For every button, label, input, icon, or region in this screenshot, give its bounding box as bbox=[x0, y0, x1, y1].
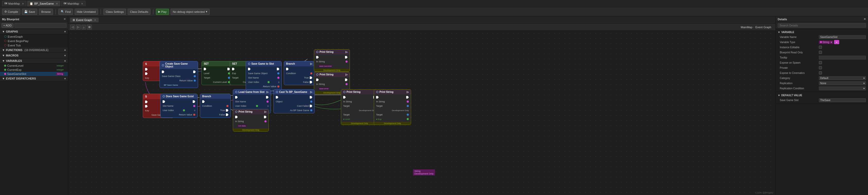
event-dispatchers-section[interactable]: ▼ EVENT DISPATCHERS + bbox=[0, 76, 68, 81]
cast-exec-in bbox=[276, 96, 278, 99]
instance-editable-checkbox[interactable] bbox=[819, 46, 822, 49]
bp-read-only-row: Blueprint Read Only bbox=[778, 50, 866, 55]
tab-close-2[interactable]: ✕ bbox=[56, 2, 58, 5]
replication-dropdown[interactable]: None ▾ bbox=[819, 81, 866, 85]
tab-close-1[interactable]: ✕ bbox=[22, 2, 24, 5]
set-level-exec-in bbox=[204, 68, 206, 70]
variable-name-input[interactable] bbox=[819, 35, 866, 39]
expose-cinematics-checkbox[interactable] bbox=[819, 71, 822, 74]
sgo-label: Save Game Object bbox=[248, 72, 268, 75]
category-dropdown[interactable]: Default ▾ bbox=[819, 76, 866, 80]
var-savegameslot[interactable]: SaveGameSlot String bbox=[0, 72, 68, 76]
true-pin-2 bbox=[226, 109, 228, 112]
play-icon-branch[interactable]: ▷ bbox=[310, 62, 312, 65]
class-settings-button[interactable]: Class Settings bbox=[103, 9, 126, 15]
create-save-node[interactable]: ⬡ Create Save Game Object Save Game Clas… bbox=[159, 61, 198, 88]
variable-section-title: ▼ VARIABLE bbox=[778, 30, 866, 34]
functions-section[interactable]: ▼ FUNCTIONS (18 OVERRIDABLE) + bbox=[0, 47, 68, 53]
sgs-dv-label: Save Game Slot bbox=[778, 99, 819, 102]
tab-bp-savegame[interactable]: 📋 BP_SaveGame ✕ bbox=[27, 1, 60, 6]
cast-node[interactable]: ⬡ Cast To BP_SaveGame ▷ Object Cast Fail… bbox=[274, 89, 315, 113]
tab-mainmap-2[interactable]: 🗺 MainMap ✕ bbox=[61, 1, 85, 6]
play-icon-exp[interactable]: ▷ bbox=[407, 90, 409, 93]
private-checkbox[interactable] bbox=[819, 66, 822, 69]
save-game-slot-node[interactable]: ⬡ Save Game to Slot Save Game Object Slo… bbox=[246, 61, 282, 94]
expose-cinematics-row: Expose to Cinematics bbox=[778, 70, 866, 75]
hide-unrelated-button[interactable]: Hide Unrelated bbox=[74, 9, 98, 15]
plus-icon5[interactable]: + bbox=[64, 77, 66, 80]
tab-mainmap-1[interactable]: 🗺 MainMap ✕ bbox=[2, 1, 26, 6]
true-label-2: True bbox=[220, 109, 225, 112]
type-dot-icon bbox=[820, 41, 822, 43]
play-icon-pe[interactable]: ▷ bbox=[345, 73, 347, 76]
debug-dropdown[interactable]: No debug object selected ▾ bbox=[170, 9, 210, 15]
search-input[interactable] bbox=[14, 23, 66, 28]
save-game-slot-input[interactable] bbox=[819, 98, 866, 102]
plus-icon2[interactable]: + bbox=[64, 48, 66, 51]
home-button[interactable]: ⌂ bbox=[82, 25, 86, 30]
print-notdata-node[interactable]: ⬡ Print String ▷ In String not data bbox=[233, 109, 269, 132]
grid-button[interactable]: ⊞ bbox=[87, 25, 92, 30]
compile-button[interactable]: ⚙ Compile bbox=[2, 9, 20, 15]
variable-type-dropdown[interactable]: String ▾ bbox=[819, 41, 833, 44]
bp-save-game-label: BP Save Game bbox=[164, 84, 178, 86]
tooltip-input[interactable] bbox=[819, 56, 866, 60]
details-close-icon[interactable]: ✕ bbox=[864, 17, 866, 21]
close-icon[interactable]: ✕ bbox=[64, 17, 66, 21]
details-search-input[interactable] bbox=[778, 23, 866, 28]
browse-button[interactable]: Browse bbox=[39, 9, 53, 15]
var-label-2: CurrentExp bbox=[7, 68, 22, 71]
cast-failed-label: Cast Failed bbox=[297, 105, 309, 107]
expose-on-spawn-checkbox[interactable] bbox=[819, 61, 822, 64]
nd-exec-out bbox=[264, 116, 267, 118]
print-success-node[interactable]: ⬡ Print String ▷ In String save success bbox=[314, 49, 350, 72]
play-icon-ps[interactable]: ▷ bbox=[345, 50, 347, 53]
tab-close-graph[interactable]: ✕ bbox=[94, 19, 96, 21]
print-level-node[interactable]: ⬡ Print String ▷ In String Target bbox=[341, 89, 378, 125]
play-icon-lgfs[interactable]: ▷ bbox=[267, 90, 269, 93]
tab-close-3[interactable]: ✕ bbox=[81, 2, 83, 5]
event-graph-label: Event Graph bbox=[76, 18, 92, 22]
set-level-node[interactable]: SET Level Target bbox=[202, 61, 232, 85]
plus-icon4[interactable]: + bbox=[64, 59, 66, 62]
macros-section[interactable]: ▼ MACROS + bbox=[0, 53, 68, 58]
slot-name-pin bbox=[277, 77, 279, 79]
class-defaults-button[interactable]: Class Defaults bbox=[128, 9, 151, 15]
sidebar-item-tick[interactable]: ⬡ Event Tick bbox=[0, 43, 68, 47]
branch2-node[interactable]: Branch Condition True False bbox=[200, 94, 231, 118]
replication-condition-dropdown[interactable]: ▾ bbox=[819, 86, 866, 90]
does-save-exist-node[interactable]: ⬡ Does Save Game Exist Slot Name User In… bbox=[160, 94, 197, 118]
bp-read-only-checkbox[interactable] bbox=[819, 51, 822, 54]
graph-canvas[interactable]: S Pressed Released Key bbox=[68, 31, 775, 195]
var-current-level[interactable]: CurrentLevel Integer bbox=[0, 64, 68, 68]
plus-icon[interactable]: + bbox=[64, 30, 66, 33]
play-icon-nd[interactable]: ▷ bbox=[265, 110, 267, 113]
eventgraph-label: EventGraph bbox=[8, 35, 23, 38]
level-dot-val: ● Level bbox=[343, 118, 350, 120]
graphs-section[interactable]: ▼ GRAPHS + bbox=[0, 29, 68, 34]
watermark: CSDN @jfengsky bbox=[755, 191, 773, 194]
nav-forward-button[interactable]: ▷ bbox=[76, 25, 81, 30]
var-current-exp[interactable]: CurrentExp Integer bbox=[0, 68, 68, 72]
play-icon-cast[interactable]: ▷ bbox=[310, 90, 312, 93]
watermark-text: CSDN @jfengsky bbox=[755, 191, 773, 194]
save-button[interactable]: 💾 Save bbox=[22, 9, 37, 15]
sidebar-item-eventgraph[interactable]: ⬡ EventGraph bbox=[0, 34, 68, 39]
type-color-picker[interactable]: ● bbox=[834, 40, 839, 44]
variables-section[interactable]: ▼ VARIABLES + bbox=[0, 58, 68, 64]
nav-back-button[interactable]: ◁ bbox=[70, 25, 75, 30]
play-button[interactable]: ▶ Play bbox=[156, 9, 169, 15]
slot-name-lgfs: Slot Name bbox=[235, 100, 246, 103]
add-button[interactable]: + ADD bbox=[2, 23, 13, 28]
s-node-lower-title: S bbox=[145, 95, 147, 98]
branch1-node[interactable]: Branch ▷ Condition True bbox=[284, 61, 315, 85]
sidebar-item-beginplay[interactable]: ⬡ Event BeginPlay bbox=[0, 39, 68, 43]
left-panel: My Blueprint ✕ + ADD ▼ GRAPHS + ⬡ EventG… bbox=[0, 16, 68, 195]
print-exp-node[interactable]: ⬡ Print String ▷ In String Target bbox=[374, 89, 411, 125]
event-graph-tab[interactable]: ⚙ Event Graph ✕ bbox=[70, 18, 98, 22]
target-label-2: Target bbox=[232, 76, 239, 79]
as-bp-pin bbox=[310, 109, 312, 111]
plus-icon3[interactable]: + bbox=[64, 54, 66, 57]
find-button[interactable]: 🔍 Find bbox=[58, 9, 73, 15]
center-area: ⚙ Event Graph ✕ ◁ ▷ ⌂ ⊞ MainMap › Event … bbox=[68, 16, 775, 195]
